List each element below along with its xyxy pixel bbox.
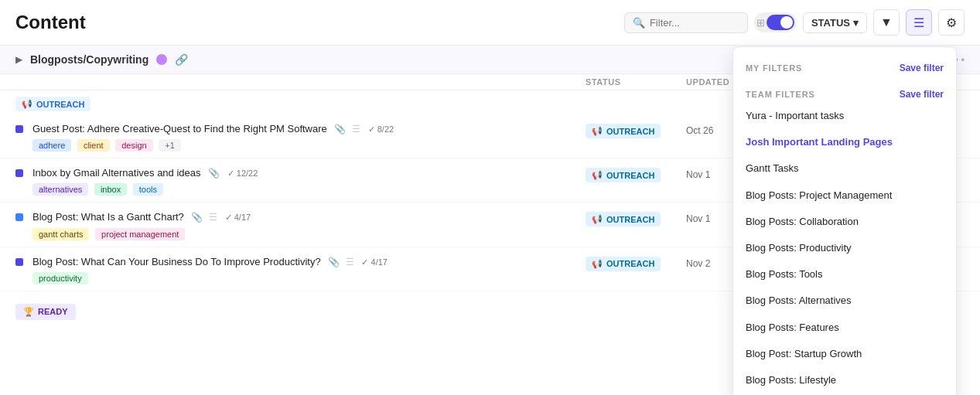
section-title: Blogposts/Copywriting xyxy=(30,53,149,66)
attachment-icon: 📎 xyxy=(191,212,203,223)
ready-label: READY xyxy=(38,307,68,316)
task-status: 📢 OUTREACH xyxy=(586,210,686,226)
save-team-filter-button[interactable]: Save filter xyxy=(900,89,944,100)
link-icon[interactable]: 🔗 xyxy=(175,53,188,66)
gear-icon: ⚙ xyxy=(946,15,957,30)
team-filters-section: TEAM FILTERS Save filter xyxy=(733,83,956,103)
filter-item-gantt[interactable]: Gantt Tasks xyxy=(733,155,956,182)
tag-inbox[interactable]: inbox xyxy=(94,183,127,196)
tag-pm[interactable]: project management xyxy=(95,228,185,240)
tag-tools[interactable]: tools xyxy=(133,183,163,196)
task-status: 📢 OUTREACH xyxy=(586,122,686,138)
filter-item-yura[interactable]: Yura - Important tasks xyxy=(733,103,956,129)
filter-item-josh[interactable]: Josh Important Landing Pages xyxy=(733,129,956,155)
filter-item-bp-alt[interactable]: Blog Posts: Alternatives xyxy=(733,288,956,314)
task-status: 📢 OUTREACH xyxy=(586,255,686,271)
tag-more[interactable]: +1 xyxy=(159,139,181,152)
tag-productivity[interactable]: productivity xyxy=(32,272,88,284)
task-content: Blog Post: What Is a Gantt Chart? 📎 ☰ ✓ … xyxy=(23,210,586,240)
filter-dropdown: MY FILTERS Save filter TEAM FILTERS Save… xyxy=(732,46,957,395)
col-status-header: STATUS xyxy=(586,77,686,87)
trophy-icon: 🏆 xyxy=(23,307,34,317)
status-badge: 📢 OUTREACH xyxy=(586,168,661,182)
page-title: Content xyxy=(15,12,624,33)
tag-gantt[interactable]: gantt charts xyxy=(32,228,89,240)
task-title[interactable]: Blog Post: What Is a Gantt Chart? 📎 ☰ ✓ … xyxy=(32,210,586,224)
settings-button[interactable]: ⚙ xyxy=(938,9,965,36)
header: Content 🔍 ⊞ STATUS ▾ ▼ ☰ ⚙ xyxy=(0,0,980,46)
filter-button[interactable]: ▼ xyxy=(873,9,900,36)
status-badge: 📢 OUTREACH xyxy=(586,124,661,138)
tag-client[interactable]: client xyxy=(77,139,110,152)
outreach-icon: 📢 xyxy=(592,126,603,136)
filter-item-startup[interactable]: Blog Post: Startup Growth xyxy=(733,341,956,367)
expand-icon[interactable]: ▶ xyxy=(15,54,22,65)
chevron-down-icon: ▾ xyxy=(853,17,859,29)
task-content: Guest Post: Adhere Creative-Quest to Fin… xyxy=(23,122,586,152)
team-filters-label: TEAM FILTERS xyxy=(746,90,815,99)
search-icon: 🔍 xyxy=(633,17,645,29)
status-label: STATUS xyxy=(811,17,850,29)
list-icon: ☰ xyxy=(913,15,924,30)
attachment-icon: 📎 xyxy=(328,257,340,267)
task-title[interactable]: Blog Post: What Can Your Business Do To … xyxy=(32,255,586,269)
task-indicator xyxy=(15,169,23,177)
my-filters-label: MY FILTERS xyxy=(746,63,802,73)
task-status: 📢 OUTREACH xyxy=(586,166,686,182)
save-my-filter-button[interactable]: Save filter xyxy=(900,63,944,73)
tag-design[interactable]: design xyxy=(115,139,152,152)
filter-input[interactable] xyxy=(650,17,739,29)
task-title[interactable]: Inbox by Gmail Alternatives and ideas 📎 … xyxy=(32,166,586,180)
task-indicator xyxy=(15,125,23,133)
filter-item-lifestyle[interactable]: Blog Posts: Lifestyle xyxy=(733,367,956,393)
task-content: Blog Post: What Can Your Business Do To … xyxy=(23,255,586,284)
group-badge-outreach: 📢 OUTREACH xyxy=(15,97,90,111)
checklist-badge: ✓ 8/22 xyxy=(368,124,394,134)
task-indicator xyxy=(15,258,23,266)
task-content: Inbox by Gmail Alternatives and ideas 📎 … xyxy=(23,166,586,196)
toggle-track[interactable] xyxy=(767,15,794,30)
filter-item-bp-feat[interactable]: Blog Posts: Features xyxy=(733,315,956,341)
toggle-thumb xyxy=(780,16,793,29)
status-button[interactable]: STATUS ▾ xyxy=(803,12,867,33)
outreach-icon: 📢 xyxy=(592,259,603,269)
toggle-wrap[interactable]: ⊞ xyxy=(754,12,797,32)
outreach-group-icon: 📢 xyxy=(22,99,32,109)
filter-item-bp-tools[interactable]: Blog Posts: Tools xyxy=(733,261,956,288)
outreach-icon: 📢 xyxy=(592,214,603,224)
list-meta-icon: ☰ xyxy=(352,124,360,135)
outreach-icon: 📢 xyxy=(592,170,603,180)
checklist-badge: ✓ 12/22 xyxy=(227,169,258,178)
filter-item-bp-pm[interactable]: Blog Posts: Project Management xyxy=(733,182,956,209)
checklist-badge: ✓ 4/17 xyxy=(225,213,251,222)
my-filters-section: MY FILTERS Save filter xyxy=(733,56,956,77)
task-indicator xyxy=(15,213,23,221)
outreach-group-label: OUTREACH xyxy=(36,100,84,109)
tag-alternatives[interactable]: alternatives xyxy=(32,183,88,196)
ready-badge: 🏆 READY xyxy=(15,304,76,320)
task-title[interactable]: Guest Post: Adhere Creative-Quest to Fin… xyxy=(32,122,586,136)
filter-item-bp-prod[interactable]: Blog Posts: Productivity xyxy=(733,235,956,261)
header-controls: 🔍 ⊞ STATUS ▾ ▼ ☰ ⚙ xyxy=(624,9,965,36)
filter-item-bp-collab[interactable]: Blog Posts: Collaboration xyxy=(733,209,956,235)
status-badge: 📢 OUTREACH xyxy=(586,212,661,226)
checklist-badge: ✓ 4/17 xyxy=(361,257,387,267)
list-meta-icon: ☰ xyxy=(346,257,354,267)
grid-icon: ⊞ xyxy=(756,17,765,29)
funnel-icon: ▼ xyxy=(880,15,893,29)
list-meta-icon: ☰ xyxy=(209,212,217,223)
filter-input-wrap[interactable]: 🔍 xyxy=(624,12,748,33)
status-badge: 📢 OUTREACH xyxy=(586,257,661,271)
tag-adhere[interactable]: adhere xyxy=(32,139,71,152)
section-color-dot xyxy=(156,54,167,65)
attachment-icon: 📎 xyxy=(334,124,346,135)
list-view-button[interactable]: ☰ xyxy=(906,9,932,36)
attachment-icon: 📎 xyxy=(208,168,220,179)
